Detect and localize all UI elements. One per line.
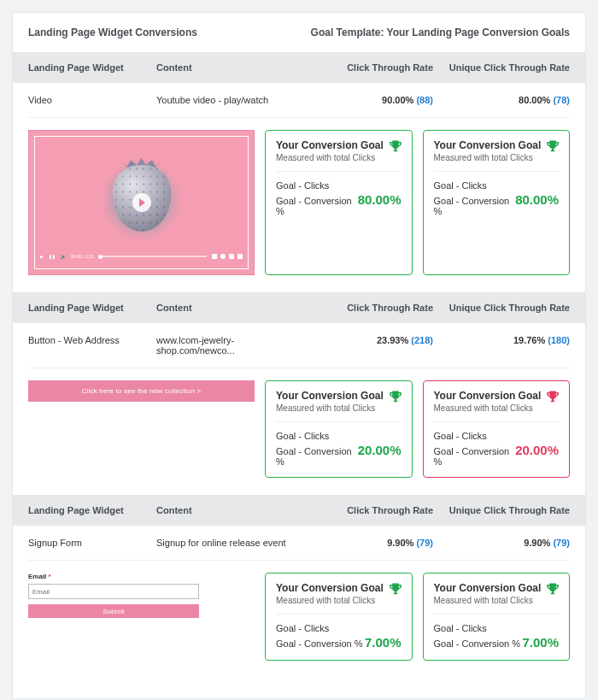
col-ctr: Click Through Rate bbox=[305, 505, 433, 515]
col-widget: Landing Page Widget bbox=[28, 505, 156, 515]
goal-conversion-row: Goal - Conversion % 7.00% bbox=[434, 635, 560, 650]
goal-conversion-pct: 20.00% bbox=[358, 443, 402, 457]
signup-form-preview: Email * Submit bbox=[28, 573, 255, 618]
col-content: Content bbox=[156, 505, 305, 515]
goal-clicks-row: Goal - Clicks bbox=[434, 623, 560, 633]
uctr-count[interactable]: (78) bbox=[553, 95, 570, 105]
conversion-goal-card[interactable]: Your Conversion Goal Measured with total… bbox=[423, 130, 571, 275]
uctr-value: 19.76% (180) bbox=[433, 335, 570, 356]
goal-conversion-row: Goal - Conversion % 80.00% bbox=[434, 192, 560, 216]
play-icon[interactable] bbox=[132, 193, 151, 212]
goal-conversion-pct: 7.00% bbox=[522, 635, 559, 650]
goal-conversion-pct: 7.00% bbox=[365, 635, 402, 650]
widget-name: Button - Web Address bbox=[28, 335, 156, 356]
uctr-value: 9.90% (79) bbox=[433, 538, 570, 548]
col-content: Content bbox=[156, 303, 305, 313]
widget-content: Youtube video - play/watch bbox=[156, 95, 305, 105]
goal-clicks-row: Goal - Clicks bbox=[276, 431, 402, 441]
goal-conversion-pct: 20.00% bbox=[515, 443, 559, 457]
widget-data-row: Video Youtube video - play/watch 90.00% … bbox=[28, 83, 570, 118]
widget-detail-area: Click here to see the new collection > Y… bbox=[28, 368, 570, 495]
email-field[interactable] bbox=[28, 584, 199, 599]
col-ctr: Click Through Rate bbox=[305, 62, 433, 73]
conversion-goal-card[interactable]: Your Conversion Goal Measured with total… bbox=[265, 573, 413, 661]
column-header-row: Landing Page Widget Content Click Throug… bbox=[13, 495, 585, 526]
trophy-icon bbox=[388, 390, 403, 405]
widget-detail-area: ▶❚❚🔊00:00 / 1:13 Your Conversion Goal Me… bbox=[28, 118, 570, 292]
goal-conversion-row: Goal - Conversion % 7.00% bbox=[276, 635, 402, 650]
goal-card-title: Your Conversion Goal bbox=[276, 390, 402, 402]
goal-card-title: Your Conversion Goal bbox=[276, 139, 402, 151]
goal-conversion-row: Goal - Conversion % 20.00% bbox=[434, 443, 560, 467]
goal-conversion-pct: 80.00% bbox=[515, 192, 559, 207]
col-widget: Landing Page Widget bbox=[28, 303, 156, 313]
goal-conversion-pct: 80.00% bbox=[358, 192, 402, 207]
goal-clicks-row: Goal - Clicks bbox=[276, 180, 402, 191]
trophy-icon bbox=[545, 390, 560, 405]
uctr-count[interactable]: (79) bbox=[553, 538, 570, 548]
ctr-value: 90.00% (88) bbox=[305, 95, 433, 105]
widget-data-row: Button - Web Address www.lcom-jewelry-sh… bbox=[28, 323, 570, 368]
email-label: Email * bbox=[28, 573, 255, 580]
col-ctr: Click Through Rate bbox=[305, 303, 433, 313]
goal-card-subtitle: Measured with total Clicks bbox=[434, 403, 560, 422]
goal-card-title: Your Conversion Goal bbox=[434, 139, 560, 151]
conversion-goal-card[interactable]: Your Conversion Goal Measured with total… bbox=[423, 380, 571, 478]
goal-card-subtitle: Measured with total Clicks bbox=[434, 596, 560, 615]
conversions-panel: Landing Page Widget Conversions Goal Tem… bbox=[12, 12, 586, 699]
goal-conversion-row: Goal - Conversion % 20.00% bbox=[276, 443, 402, 467]
column-header-row: Landing Page Widget Content Click Throug… bbox=[13, 52, 585, 83]
ctr-count[interactable]: (79) bbox=[416, 538, 433, 548]
trophy-icon bbox=[545, 582, 560, 597]
video-preview[interactable]: ▶❚❚🔊00:00 / 1:13 bbox=[28, 130, 255, 275]
col-uctr: Unique Click Through Rate bbox=[433, 303, 570, 313]
video-controls[interactable]: ▶❚❚🔊00:00 / 1:13 bbox=[40, 250, 243, 263]
panel-title: Landing Page Widget Conversions bbox=[28, 26, 197, 38]
ctr-count[interactable]: (218) bbox=[411, 335, 433, 345]
ctr-value: 9.90% (79) bbox=[305, 538, 433, 548]
goal-card-title: Your Conversion Goal bbox=[434, 582, 560, 594]
goal-clicks-row: Goal - Clicks bbox=[434, 180, 560, 191]
ctr-count[interactable]: (88) bbox=[416, 95, 433, 105]
goal-template-label: Goal Template: Your Landing Page Convers… bbox=[311, 26, 570, 38]
goal-clicks-row: Goal - Clicks bbox=[276, 623, 402, 633]
goal-card-title: Your Conversion Goal bbox=[276, 582, 402, 594]
goal-card-subtitle: Measured with total Clicks bbox=[276, 153, 402, 172]
ctr-value: 23.93% (218) bbox=[305, 335, 433, 356]
col-content: Content bbox=[156, 62, 305, 73]
uctr-value: 80.00% (78) bbox=[433, 95, 570, 105]
col-uctr: Unique Click Through Rate bbox=[433, 62, 570, 73]
col-uctr: Unique Click Through Rate bbox=[433, 505, 570, 515]
uctr-count[interactable]: (180) bbox=[548, 335, 570, 345]
trophy-icon bbox=[545, 139, 560, 155]
panel-header: Landing Page Widget Conversions Goal Tem… bbox=[28, 26, 570, 38]
trophy-icon bbox=[388, 582, 403, 597]
widget-name: Signup Form bbox=[28, 538, 156, 548]
goal-card-subtitle: Measured with total Clicks bbox=[276, 403, 402, 422]
submit-button[interactable]: Submit bbox=[28, 604, 199, 618]
widget-detail-area: Email * Submit Your Conversion Goal Meas… bbox=[28, 561, 570, 678]
widget-content: www.lcom-jewelry-shop.com/newco... bbox=[156, 335, 305, 356]
goal-card-subtitle: Measured with total Clicks bbox=[434, 153, 560, 172]
goal-clicks-row: Goal - Clicks bbox=[434, 431, 560, 441]
button-banner-preview[interactable]: Click here to see the new collection > bbox=[28, 380, 255, 402]
widget-data-row: Signup Form Signup for online release ev… bbox=[28, 526, 570, 561]
goal-card-subtitle: Measured with total Clicks bbox=[276, 596, 402, 615]
conversion-goal-card[interactable]: Your Conversion Goal Measured with total… bbox=[265, 380, 413, 478]
conversion-goal-card[interactable]: Your Conversion Goal Measured with total… bbox=[423, 573, 571, 661]
preview-box: Click here to see the new collection > bbox=[28, 380, 255, 478]
col-widget: Landing Page Widget bbox=[28, 62, 156, 73]
widget-content: Signup for online release event bbox=[156, 538, 305, 548]
column-header-row: Landing Page Widget Content Click Throug… bbox=[13, 292, 585, 323]
preview-box: ▶❚❚🔊00:00 / 1:13 bbox=[28, 130, 255, 275]
trophy-icon bbox=[388, 139, 403, 155]
conversion-goal-card[interactable]: Your Conversion Goal Measured with total… bbox=[265, 130, 413, 275]
preview-box: Email * Submit bbox=[28, 573, 255, 661]
widget-name: Video bbox=[28, 95, 156, 105]
goal-card-title: Your Conversion Goal bbox=[434, 390, 560, 402]
goal-conversion-row: Goal - Conversion % 80.00% bbox=[276, 192, 402, 216]
